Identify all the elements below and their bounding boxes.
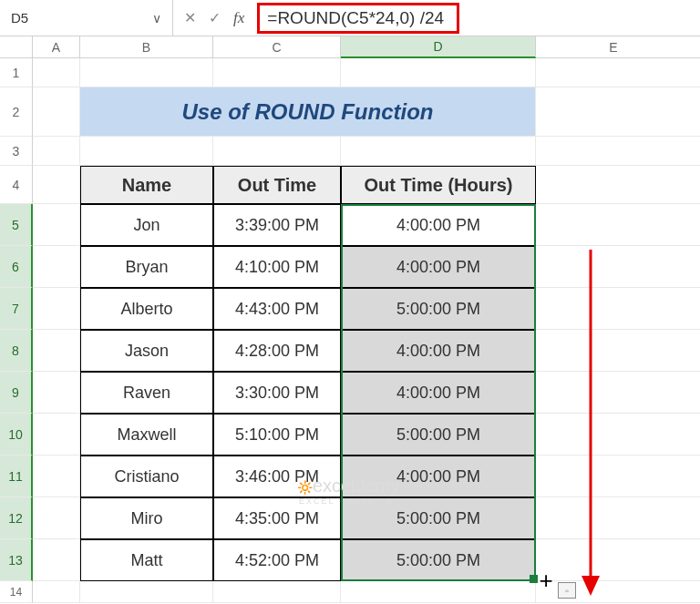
cell-round[interactable]: 4:00:00 PM <box>341 330 536 372</box>
cell-out[interactable]: 5:10:00 PM <box>213 414 341 456</box>
cell-name[interactable]: Bryan <box>80 246 213 288</box>
formula-bar: D5 ∨ ✕ ✓ fx =ROUND(C5*24,0) /24 <box>0 0 700 36</box>
cell[interactable] <box>33 204 80 246</box>
col-header-a[interactable]: A <box>33 36 80 57</box>
row-header-10[interactable]: 10 <box>0 414 33 456</box>
cell[interactable] <box>536 246 700 288</box>
cell[interactable] <box>213 58 341 87</box>
cell-name[interactable]: Maxwell <box>80 414 213 456</box>
cell-out[interactable]: 4:28:00 PM <box>213 330 341 372</box>
cell[interactable] <box>341 581 536 603</box>
row-header-2[interactable]: 2 <box>0 87 33 137</box>
cell-name[interactable]: Jon <box>80 204 213 246</box>
cell-name[interactable]: Cristiano <box>80 456 213 497</box>
cell[interactable] <box>33 58 80 87</box>
annotation-arrow-icon <box>580 250 616 604</box>
cell-round[interactable]: 5:00:00 PM <box>341 414 536 456</box>
cell-round[interactable]: 5:00:00 PM <box>341 497 536 539</box>
cell[interactable] <box>213 581 341 603</box>
cell-out[interactable]: 3:39:00 PM <box>213 204 341 246</box>
name-box-wrap[interactable]: D5 ∨ <box>0 0 173 36</box>
cell-round[interactable]: 5:00:00 PM <box>341 288 536 330</box>
cell-name[interactable]: Raven <box>80 372 213 414</box>
cell[interactable] <box>80 581 213 603</box>
cell[interactable] <box>341 137 536 166</box>
row-header-3[interactable]: 3 <box>0 137 33 166</box>
cell-name[interactable]: Miro <box>80 497 213 539</box>
worksheet-grid: 1 2 3 4 5 6 7 8 9 10 11 12 13 14 Use of … <box>0 58 700 603</box>
cell[interactable] <box>33 372 80 414</box>
row-header-6[interactable]: 6 <box>0 246 33 288</box>
autofill-options-button[interactable]: ▫ <box>558 582 576 599</box>
cell[interactable] <box>536 87 700 137</box>
col-header-e[interactable]: E <box>536 36 691 57</box>
cell[interactable] <box>536 497 700 539</box>
row-header-7[interactable]: 7 <box>0 288 33 330</box>
cells-area: Use of ROUND Function Name Out Time Out … <box>33 58 700 603</box>
cell[interactable] <box>536 456 700 497</box>
cell[interactable] <box>536 204 700 246</box>
cell[interactable] <box>33 539 80 581</box>
chevron-down-icon[interactable]: ∨ <box>147 11 167 26</box>
formula-input[interactable]: =ROUND(C5*24,0) /24 <box>257 3 459 34</box>
cell[interactable] <box>33 288 80 330</box>
cell[interactable] <box>33 456 80 497</box>
cell-round[interactable]: 5:00:00 PM <box>341 539 536 581</box>
cell-out[interactable]: 4:52:00 PM <box>213 539 341 581</box>
cell[interactable] <box>33 330 80 372</box>
name-box[interactable]: D5 <box>5 10 147 26</box>
cell[interactable] <box>33 497 80 539</box>
cell[interactable] <box>33 246 80 288</box>
cancel-icon[interactable]: ✕ <box>184 9 196 26</box>
cell[interactable] <box>536 330 700 372</box>
cell[interactable] <box>80 137 213 166</box>
row-header-1[interactable]: 1 <box>0 58 33 87</box>
fx-icon[interactable]: fx <box>233 9 244 27</box>
cell-round[interactable]: 4:00:00 PM <box>341 204 536 246</box>
row-header-13[interactable]: 13 <box>0 539 33 581</box>
title-cell[interactable]: Use of ROUND Function <box>80 87 536 137</box>
cell-out[interactable]: 3:46:00 PM <box>213 456 341 497</box>
cell-name[interactable]: Matt <box>80 539 213 581</box>
cell-out[interactable]: 4:43:00 PM <box>213 288 341 330</box>
cell[interactable] <box>536 166 700 204</box>
hdr-name[interactable]: Name <box>80 166 213 204</box>
cell-out[interactable]: 3:30:00 PM <box>213 372 341 414</box>
cell-round[interactable]: 4:00:00 PM <box>341 246 536 288</box>
hdr-round[interactable]: Out Time (Hours) <box>341 166 536 204</box>
cell[interactable] <box>33 166 80 204</box>
cell[interactable] <box>536 539 700 581</box>
cell[interactable] <box>341 58 536 87</box>
cell-round[interactable]: 4:00:00 PM <box>341 456 536 497</box>
row-header-12[interactable]: 12 <box>0 497 33 539</box>
cell-name[interactable]: Jason <box>80 330 213 372</box>
cell-name[interactable]: Alberto <box>80 288 213 330</box>
formula-bar-buttons: ✕ ✓ fx <box>173 9 252 27</box>
cell[interactable] <box>33 87 80 137</box>
row-header-4[interactable]: 4 <box>0 166 33 204</box>
row-header-11[interactable]: 11 <box>0 456 33 497</box>
col-header-c[interactable]: C <box>213 36 341 57</box>
cell[interactable] <box>536 137 700 166</box>
cell[interactable] <box>536 58 700 87</box>
row-header-8[interactable]: 8 <box>0 330 33 372</box>
col-header-d[interactable]: D <box>341 36 536 58</box>
cell[interactable] <box>213 137 341 166</box>
cell-out[interactable]: 4:35:00 PM <box>213 497 341 539</box>
cell-out[interactable]: 4:10:00 PM <box>213 246 341 288</box>
hdr-out[interactable]: Out Time <box>213 166 341 204</box>
cell[interactable] <box>33 137 80 166</box>
cell[interactable] <box>80 58 213 87</box>
cell[interactable] <box>536 288 700 330</box>
col-header-b[interactable]: B <box>80 36 213 57</box>
svg-marker-1 <box>582 576 600 596</box>
check-icon[interactable]: ✓ <box>209 9 221 26</box>
cell[interactable] <box>536 414 700 456</box>
cell[interactable] <box>33 581 80 603</box>
select-all-triangle[interactable] <box>0 36 33 57</box>
row-header-9[interactable]: 9 <box>0 372 33 414</box>
cell-round[interactable]: 4:00:00 PM <box>341 372 536 414</box>
row-header-5[interactable]: 5 <box>0 204 33 246</box>
cell[interactable] <box>536 372 700 414</box>
cell[interactable] <box>33 414 80 456</box>
